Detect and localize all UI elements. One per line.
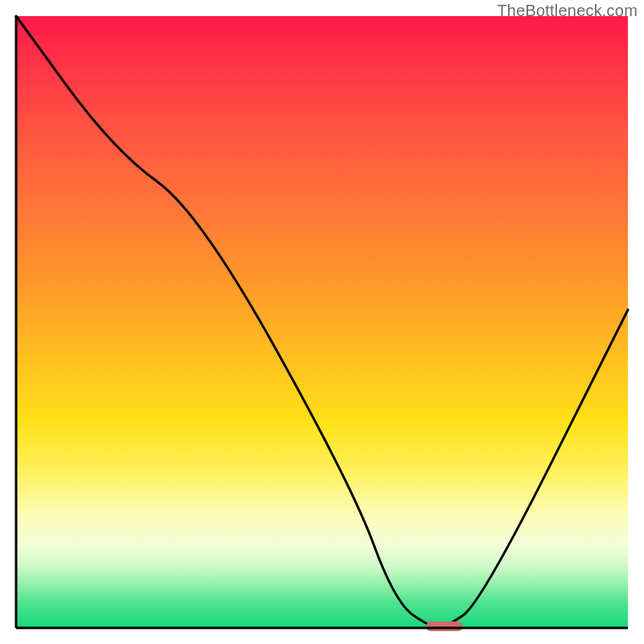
watermark-text: TheBottleneck.com (497, 2, 638, 20)
chart-stage: TheBottleneck.com (0, 0, 644, 644)
axes-layer (0, 0, 644, 644)
